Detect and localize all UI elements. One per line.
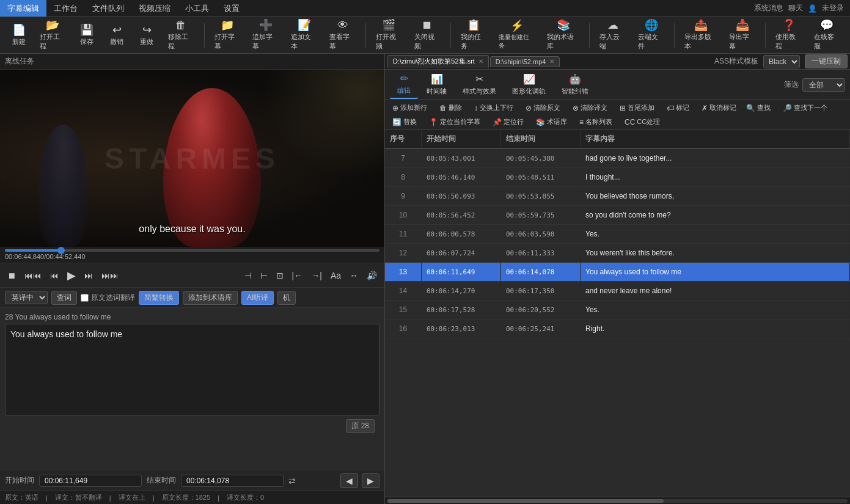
- terms-btn[interactable]: 📚 术语库: [533, 116, 570, 128]
- my-terms-button[interactable]: 📚 我的术语库: [542, 17, 585, 53]
- swap-time-icon[interactable]: ⇄: [288, 476, 296, 486]
- delete-btn[interactable]: 🗑 删除: [437, 102, 464, 114]
- lookup-button[interactable]: 查词: [51, 291, 77, 305]
- menu-workbench[interactable]: 工作台: [46, 0, 85, 16]
- clear-trans-btn[interactable]: ⊗ 清除译文: [570, 102, 610, 114]
- align-left-button[interactable]: ⊣: [242, 268, 254, 283]
- tutorial-button[interactable]: ❓ 使用教程: [771, 17, 807, 53]
- machine-btn[interactable]: 机: [277, 291, 296, 305]
- volume-button[interactable]: 🔊: [364, 268, 379, 283]
- batch-create-button[interactable]: ⚡ 批量创建任务: [494, 18, 539, 53]
- tab-ai-fix[interactable]: 🤖 智能纠错: [554, 71, 596, 98]
- find-next-btn[interactable]: 🔎 查找下一个: [780, 102, 830, 114]
- file-tab-srt-close[interactable]: ✕: [478, 58, 483, 65]
- file-tab-mp4[interactable]: D:\shipin\52.mp4 ✕: [490, 56, 560, 67]
- edit-textarea[interactable]: You always used to follow me: [5, 324, 379, 415]
- align-center-button[interactable]: ⊢: [258, 268, 270, 283]
- end-time-input[interactable]: [181, 475, 284, 487]
- add-terms-btn[interactable]: 添加到术语库: [183, 291, 238, 305]
- align-out-button[interactable]: →|: [309, 268, 324, 283]
- open-video-button[interactable]: 🎬 打开视频: [371, 17, 407, 53]
- align-in-button[interactable]: |←: [290, 268, 306, 283]
- stretch-button[interactable]: ↔: [347, 268, 361, 283]
- tab-chart[interactable]: 📈 图形化调轨: [505, 71, 553, 98]
- convert-btn[interactable]: 简繁转换: [139, 291, 179, 305]
- orig-select-checkbox[interactable]: [81, 294, 89, 302]
- rewind-button[interactable]: ⏮: [48, 268, 61, 283]
- next-subtitle-button[interactable]: ▶: [362, 473, 379, 488]
- save-cloud-button[interactable]: ☁ 存入云端: [595, 17, 631, 53]
- ai-listen-btn[interactable]: AI听译: [241, 291, 274, 305]
- swap-rows-btn[interactable]: ↕ 交换上下行: [472, 102, 516, 114]
- menu-video-compress[interactable]: 视频压缩: [131, 0, 178, 16]
- open-subtitle-button[interactable]: 📁 打开字幕: [210, 17, 246, 53]
- one-click-btn[interactable]: 一键压制: [805, 54, 848, 68]
- open-project-button[interactable]: 📂 打开工程: [35, 17, 71, 53]
- align-right-button[interactable]: ⊡: [274, 268, 286, 283]
- tab-timeline[interactable]: 📊 时间轴: [419, 71, 454, 98]
- add-subtitle-button[interactable]: ➕ 追加字幕: [247, 17, 284, 53]
- undo-button[interactable]: ↩ 撤销: [103, 22, 131, 49]
- file-tab-mp4-close[interactable]: ✕: [549, 58, 554, 65]
- add-text-button[interactable]: 📝 追加文本: [286, 17, 322, 53]
- rewind-fast-button[interactable]: ⏮⏮: [22, 268, 44, 283]
- add-row-btn[interactable]: ⊕ 添加新行: [390, 102, 430, 114]
- stop-button[interactable]: ⏹: [5, 268, 18, 283]
- user-icon[interactable]: 👤: [808, 4, 817, 13]
- cc-process-btn[interactable]: CC CC处理: [622, 116, 662, 128]
- horizontal-scrollbar[interactable]: [385, 497, 850, 504]
- h-scroll-thumb[interactable]: [387, 499, 664, 503]
- menu-file-queue[interactable]: 文件队列: [85, 0, 131, 16]
- close-video-button[interactable]: ⏹ 关闭视频: [409, 17, 445, 53]
- prev-subtitle-button[interactable]: ◀: [340, 473, 358, 488]
- forward-button[interactable]: ⏭: [82, 268, 95, 283]
- system-msg-link[interactable]: 系统消息: [754, 3, 783, 13]
- names-list-btn[interactable]: ≡ 名称列表: [577, 116, 615, 128]
- save-button[interactable]: 💾 保存: [73, 22, 101, 49]
- start-time-input[interactable]: [39, 475, 142, 487]
- menu-settings[interactable]: 设置: [216, 0, 247, 16]
- export-multi-button[interactable]: 📤 导出多版本: [680, 17, 722, 53]
- view-subtitle-button[interactable]: 👁 查看字幕: [324, 17, 361, 53]
- tab-edit[interactable]: ✏ 编辑: [390, 70, 418, 99]
- filter-select[interactable]: 全部 已翻译 未翻译 有问题: [802, 78, 845, 92]
- add-end-btn[interactable]: ⊞ 首尾添加: [617, 102, 657, 114]
- locate-btn[interactable]: 📌 定位行: [490, 116, 526, 128]
- locate-current-btn[interactable]: 📍 定位当前字幕: [427, 116, 483, 128]
- menu-subtitle-edit[interactable]: 字幕编辑: [0, 0, 46, 16]
- clear-orig-btn[interactable]: ⊘ 清除原文: [523, 102, 563, 114]
- online-service-button[interactable]: 💬 在线客服: [809, 17, 845, 53]
- table-row[interactable]: 13 00:06:11,649 00:06:14,078 You always …: [385, 263, 850, 282]
- my-task-button[interactable]: 📋 我的任务: [456, 17, 492, 53]
- cancel-mark-btn[interactable]: ✗ 取消标记: [699, 102, 739, 114]
- subtitle-table[interactable]: 序号 开始时间 结束时间 字幕内容 7 00:05:43,001 00:05:4…: [385, 130, 850, 497]
- table-row[interactable]: 10 00:05:56,452 00:05:59,735 so you didn…: [385, 206, 850, 225]
- table-row[interactable]: 12 00:06:07,724 00:06:11,333 You weren't…: [385, 244, 850, 263]
- find-btn[interactable]: 🔍 查找: [744, 102, 773, 114]
- cloud-file-button[interactable]: 🌐 云端文件: [633, 17, 669, 53]
- export-subtitle-button[interactable]: 📥 导出字幕: [724, 17, 760, 53]
- redo-button[interactable]: ↪ 重做: [133, 22, 161, 49]
- language-select[interactable]: 英译中: [5, 291, 48, 304]
- replace-btn[interactable]: 🔄 替换: [390, 116, 419, 128]
- mark-btn[interactable]: 🏷 标记: [664, 102, 692, 114]
- table-row[interactable]: 9 00:05:50,093 00:05:53,855 You believed…: [385, 187, 850, 206]
- table-row[interactable]: 7 00:05:43,001 00:05:45,380 had gone to …: [385, 149, 850, 168]
- table-row[interactable]: 16 00:06:23,013 00:06:25,241 Right.: [385, 320, 850, 338]
- remove-project-button[interactable]: 🗑 移除工程: [163, 17, 199, 53]
- font-size-button[interactable]: Aa: [328, 268, 343, 283]
- progress-track[interactable]: [5, 249, 379, 252]
- chat-link[interactable]: 聊天: [788, 3, 803, 13]
- table-row[interactable]: 8 00:05:46,140 00:05:48,511 I thought...: [385, 168, 850, 187]
- forward-fast-button[interactable]: ⏭⏭: [99, 268, 121, 283]
- tab-style[interactable]: ✂ 样式与效果: [455, 71, 504, 98]
- template-select[interactable]: Black: [763, 55, 800, 68]
- progress-thumb[interactable]: [57, 247, 65, 254]
- new-button[interactable]: 📄 新建: [5, 22, 32, 49]
- file-tab-srt[interactable]: D:\zimu\烈火如歌第52集.srt ✕: [387, 55, 489, 68]
- table-row[interactable]: 14 00:06:14,270 00:06:17,350 and never l…: [385, 282, 850, 301]
- table-row[interactable]: 11 00:06:00,578 00:06:03,590 Yes.: [385, 225, 850, 244]
- menu-tools[interactable]: 小工具: [178, 0, 216, 16]
- play-button[interactable]: ▶: [65, 266, 78, 285]
- table-row[interactable]: 15 00:06:17,528 00:06:20,552 Yes.: [385, 301, 850, 320]
